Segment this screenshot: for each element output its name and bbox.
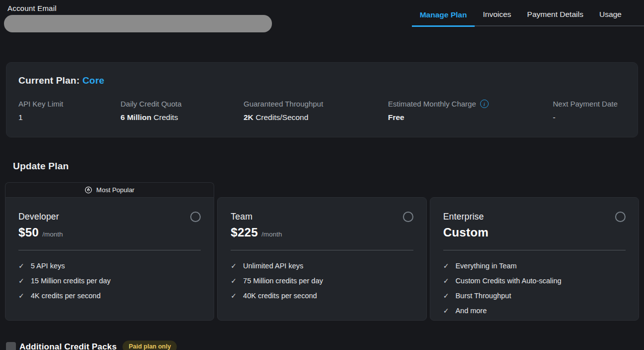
check-icon: ✓ xyxy=(443,307,449,314)
plan-feature: ✓And more xyxy=(443,307,626,315)
current-plan-name: Core xyxy=(82,75,104,86)
stat-value-rest: 1 xyxy=(18,113,23,121)
plan-name: Team xyxy=(231,212,253,222)
account-email-block: Account Email xyxy=(0,0,272,32)
plan-radio-team[interactable] xyxy=(403,212,413,222)
stat-value: 6 Million Credits xyxy=(121,113,244,122)
plan-divider xyxy=(18,250,201,250)
stat-label-text: Estimated Monthly Charge xyxy=(388,100,476,108)
plan-feature: ✓Custom Credits with Auto-scaling xyxy=(443,277,626,285)
plan-price: $50 xyxy=(18,226,39,239)
plan-feature: ✓Burst Throughput xyxy=(443,292,626,300)
stat-daily-credit-quota: Daily Credit Quota 6 Million Credits xyxy=(121,100,244,122)
stat-value-strong: 6 Million xyxy=(121,113,151,121)
check-icon: ✓ xyxy=(443,277,449,284)
page-header: Account Email Manage Plan Invoices Payme… xyxy=(0,0,644,32)
stat-label: API Key Limit xyxy=(18,100,121,108)
info-icon[interactable]: i xyxy=(480,100,489,108)
stat-label: Guaranteed Throughput xyxy=(244,100,388,108)
plan-price: Custom xyxy=(443,226,489,239)
plan-radio-developer[interactable] xyxy=(190,212,201,222)
plan-features: ✓5 API keys ✓15 Million credits per day … xyxy=(18,262,201,300)
current-plan-title-prefix: Current Plan: xyxy=(18,75,82,86)
feature-text: 75 Million credits per day xyxy=(243,277,323,285)
most-popular-label: Most Popular xyxy=(96,186,134,194)
stat-label: Estimated Monthly Charge i xyxy=(388,100,553,108)
update-plan-title: Update Plan xyxy=(13,161,644,172)
tab-manage-plan[interactable]: Manage Plan xyxy=(412,0,475,27)
check-icon: ✓ xyxy=(18,277,24,284)
check-icon: ✓ xyxy=(443,292,449,299)
current-plan-card: Current Plan: Core API Key Limit 1 Daily… xyxy=(6,62,638,137)
check-icon: ✓ xyxy=(231,262,237,269)
flame-icon xyxy=(85,186,92,194)
feature-text: 5 API keys xyxy=(31,262,65,270)
tab-payment-details[interactable]: Payment Details xyxy=(519,0,591,25)
current-plan-title: Current Plan: Core xyxy=(18,75,626,86)
plan-price-row: $225 /month xyxy=(231,226,413,239)
stat-next-payment-date: Next Payment Date - xyxy=(553,100,618,122)
plan-name: Enterprise xyxy=(443,212,484,222)
plan-head: Team xyxy=(231,212,413,222)
plan-period: /month xyxy=(42,231,63,238)
plan-feature: ✓40K credits per second xyxy=(231,292,413,300)
paid-plan-only-badge: Paid plan only xyxy=(123,341,177,350)
stat-estimated-monthly-charge: Estimated Monthly Charge i Free xyxy=(388,100,553,122)
stat-label: Next Payment Date xyxy=(553,100,618,108)
feature-text: Custom Credits with Auto-scaling xyxy=(455,277,561,285)
additional-credit-packs-row: Additional Credit Packs Paid plan only xyxy=(6,341,644,350)
stat-value: Free xyxy=(388,113,553,122)
check-icon: ✓ xyxy=(18,292,24,299)
plan-divider xyxy=(443,250,626,250)
stat-value: - xyxy=(553,113,618,122)
plan-feature: ✓Everything in Team xyxy=(443,262,626,270)
stat-value-rest: Credits xyxy=(151,113,178,121)
feature-text: Unlimited API keys xyxy=(243,262,303,270)
check-icon: ✓ xyxy=(18,262,24,269)
plan-price-row: Custom xyxy=(443,226,626,239)
plan-feature: ✓4K credits per second xyxy=(18,292,201,300)
stat-label: Daily Credit Quota xyxy=(121,100,244,108)
plan-head: Developer xyxy=(18,212,201,222)
plan-card-enterprise[interactable]: Enterprise Custom ✓Everything in Team ✓C… xyxy=(430,197,639,321)
check-icon: ✓ xyxy=(231,277,237,284)
tab-invoices[interactable]: Invoices xyxy=(475,0,519,25)
billing-tabs: Manage Plan Invoices Payment Details Usa… xyxy=(412,0,644,26)
stat-value-rest: - xyxy=(553,113,555,121)
plan-feature: ✓5 API keys xyxy=(18,262,201,270)
plan-column-team: Team $225 /month ✓Unlimited API keys ✓75… xyxy=(217,182,426,321)
feature-text: And more xyxy=(455,307,487,315)
credit-packs-checkbox[interactable] xyxy=(6,342,16,350)
plan-card-team[interactable]: Team $225 /month ✓Unlimited API keys ✓75… xyxy=(217,197,426,321)
plan-divider xyxy=(231,250,413,250)
plan-period: /month xyxy=(261,231,282,238)
feature-text: Everything in Team xyxy=(455,262,516,270)
stat-value-rest: Credits/Second xyxy=(254,113,308,121)
plan-column-developer: Most Popular Developer $50 /month ✓5 API… xyxy=(5,182,214,321)
plan-features: ✓Unlimited API keys ✓75 Million credits … xyxy=(231,262,413,300)
plan-price: $225 xyxy=(231,226,258,239)
plan-feature: ✓75 Million credits per day xyxy=(231,277,413,285)
stat-value-strong: 2K xyxy=(244,113,254,121)
stat-value: 1 xyxy=(18,113,121,122)
plan-card-developer[interactable]: Developer $50 /month ✓5 API keys ✓15 Mil… xyxy=(5,197,214,321)
plan-features: ✓Everything in Team ✓Custom Credits with… xyxy=(443,262,626,315)
plan-price-row: $50 /month xyxy=(18,226,201,239)
feature-text: 4K credits per second xyxy=(31,292,101,300)
account-email-input[interactable] xyxy=(4,15,272,32)
plan-name: Developer xyxy=(18,212,59,222)
stat-value-strong: Free xyxy=(388,113,404,121)
plan-feature: ✓15 Million credits per day xyxy=(18,277,201,285)
plan-radio-enterprise[interactable] xyxy=(615,212,626,222)
stat-guaranteed-throughput: Guaranteed Throughput 2K Credits/Second xyxy=(244,100,388,122)
check-icon: ✓ xyxy=(231,292,237,299)
tab-usage[interactable]: Usage xyxy=(591,0,630,25)
most-popular-badge: Most Popular xyxy=(5,182,214,197)
credit-packs-label: Additional Credit Packs xyxy=(19,342,117,350)
plan-options: Most Popular Developer $50 /month ✓5 API… xyxy=(5,182,639,321)
stat-value: 2K Credits/Second xyxy=(244,113,388,122)
feature-text: Burst Throughput xyxy=(455,292,511,300)
plan-feature: ✓Unlimited API keys xyxy=(231,262,413,270)
current-plan-stats: API Key Limit 1 Daily Credit Quota 6 Mil… xyxy=(18,100,626,122)
check-icon: ✓ xyxy=(443,262,449,269)
